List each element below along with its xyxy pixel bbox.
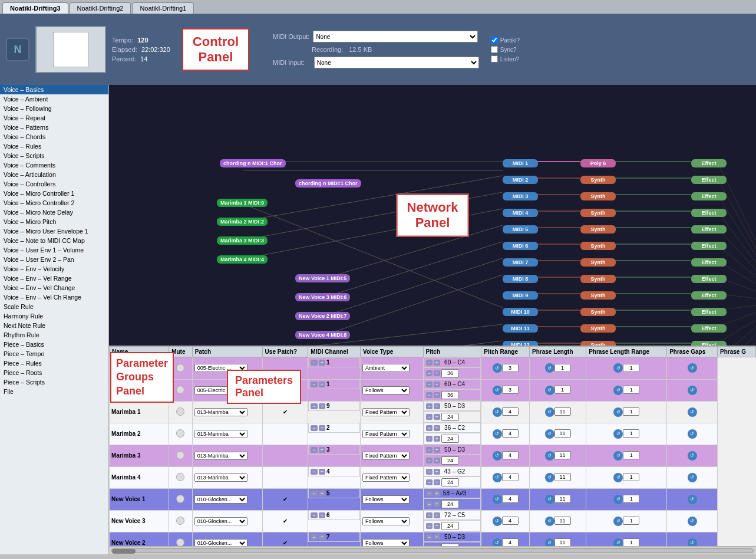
- network-node[interactable]: MIDI 4: [503, 209, 538, 217]
- network-node[interactable]: Effect: [691, 225, 727, 234]
- cell-phrase-gaps[interactable]: ↺: [586, 379, 667, 401]
- cell-phrase-g[interactable]: ↺: [667, 357, 718, 380]
- phrase-length-input[interactable]: [502, 451, 519, 459]
- cell-patch[interactable]: 013-Marimba: [192, 401, 262, 423]
- voice-type-select[interactable]: Follows: [362, 495, 410, 504]
- network-node[interactable]: Effect: [691, 159, 727, 167]
- network-node[interactable]: Effect: [691, 341, 727, 346]
- network-node[interactable]: Marimba 4 MIDI:4: [217, 255, 268, 264]
- cell-use-patch[interactable]: ✔: [262, 510, 308, 532]
- phrase-g-cycle[interactable]: ↺: [688, 407, 697, 417]
- mute-button[interactable]: [176, 386, 184, 394]
- phrase-length-range-input[interactable]: [554, 538, 571, 546]
- sidebar-item[interactable]: Voice – Basics: [0, 85, 108, 94]
- network-node[interactable]: Poly 6: [580, 159, 616, 167]
- tab-drifting1[interactable]: NoatikI-Drifting1: [132, 2, 194, 14]
- pitch-plus[interactable]: +: [434, 469, 440, 475]
- cell-mute[interactable]: [169, 423, 193, 445]
- phrase-length-range-input[interactable]: [554, 495, 571, 503]
- network-node[interactable]: New Voice 4 MIDI:8: [295, 331, 350, 339]
- network-node[interactable]: MIDI 5: [503, 225, 538, 234]
- cell-pitch-range[interactable]: −+: [424, 455, 481, 466]
- cell-phrase-length[interactable]: ↺: [481, 445, 530, 466]
- pitch-range-minus[interactable]: −: [426, 458, 433, 463]
- pitch-plus[interactable]: +: [434, 512, 440, 518]
- phrase-length-range-cycle[interactable]: ↺: [545, 538, 554, 547]
- cell-phrase-length-range[interactable]: ↺: [530, 445, 586, 466]
- cell-pitch-range[interactable]: −+: [424, 498, 481, 510]
- phrase-length-range-cycle[interactable]: ↺: [545, 451, 554, 461]
- phrase-gaps-cycle[interactable]: ↺: [613, 473, 623, 482]
- cell-phrase-length[interactable]: ↺: [481, 379, 530, 401]
- network-node[interactable]: Effect: [691, 209, 727, 217]
- cell-voice-type[interactable]: Fixed Pattern: [360, 445, 423, 466]
- midi-ch-minus[interactable]: −: [311, 469, 317, 475]
- phrase-gaps-cycle[interactable]: ↺: [613, 451, 623, 461]
- network-node[interactable]: MIDI 2: [503, 176, 538, 184]
- cell-pitch-range[interactable]: −+: [424, 520, 481, 532]
- cell-pitch[interactable]: −+60 – C4: [424, 357, 481, 367]
- pitch-range-input[interactable]: [441, 369, 459, 377]
- voice-type-select[interactable]: Follows: [362, 517, 410, 525]
- sidebar-item[interactable]: Voice – Patterns: [0, 123, 108, 132]
- midi-ch-minus[interactable]: −: [311, 491, 317, 496]
- sidebar-item[interactable]: Voice – Controllers: [0, 179, 108, 189]
- mute-button[interactable]: [176, 429, 184, 438]
- cell-use-patch[interactable]: [262, 379, 308, 401]
- sidebar-item[interactable]: Voice – Repeat: [0, 113, 108, 123]
- phrase-gaps-input[interactable]: [623, 495, 639, 503]
- pitch-plus[interactable]: +: [434, 360, 440, 366]
- cell-phrase-length-range[interactable]: ↺: [530, 423, 586, 445]
- phrase-length-range-input[interactable]: [554, 473, 571, 481]
- cell-mute[interactable]: [169, 445, 193, 466]
- cell-pitch-range[interactable]: −+: [424, 476, 481, 488]
- voice-type-select[interactable]: Fixed Pattern: [362, 408, 410, 416]
- cell-mute[interactable]: [169, 401, 193, 423]
- sync-checkbox[interactable]: [491, 46, 498, 53]
- phrase-length-cycle[interactable]: ↺: [493, 407, 502, 417]
- pitch-minus[interactable]: −: [426, 425, 433, 431]
- cell-phrase-gaps[interactable]: ↺: [586, 423, 667, 445]
- cell-patch[interactable]: 010-Glocken...: [192, 510, 262, 532]
- phrase-length-range-cycle[interactable]: ↺: [545, 386, 554, 395]
- sidebar-item[interactable]: Voice – Env – Velocity: [0, 264, 108, 274]
- sidebar-item[interactable]: Voice – User Env 2 – Pan: [0, 255, 108, 264]
- cell-use-patch[interactable]: [262, 423, 308, 445]
- cell-phrase-g[interactable]: ↺: [667, 379, 718, 401]
- phrase-length-input[interactable]: [502, 429, 519, 438]
- cell-pitch[interactable]: −+72 – C5: [424, 510, 481, 520]
- cell-phrase-length[interactable]: ↺: [481, 423, 530, 445]
- phrase-length-cycle[interactable]: ↺: [493, 386, 502, 395]
- sidebar-item[interactable]: Piece – Basics: [0, 340, 108, 349]
- cell-pitch[interactable]: −+58 – A#3: [424, 488, 481, 498]
- sidebar-item[interactable]: Voice – Micro Controller 2: [0, 198, 108, 208]
- voice-type-select[interactable]: Ambient: [362, 364, 410, 372]
- patch-select[interactable]: 010-Glocken...: [194, 517, 247, 525]
- patch-select[interactable]: 013-Marimba: [194, 430, 247, 438]
- cell-phrase-g[interactable]: ↺: [667, 445, 718, 466]
- cell-phrase-gaps[interactable]: ↺: [586, 357, 667, 380]
- pitch-range-minus[interactable]: −: [426, 436, 433, 442]
- sidebar-item[interactable]: Voice – Note to MIDI CC Map: [0, 236, 108, 245]
- midi-ch-minus[interactable]: −: [311, 447, 317, 453]
- cell-phrase-length-range[interactable]: ↺: [530, 488, 586, 510]
- sidebar-item[interactable]: Voice – User Env 1 – Volume: [0, 245, 108, 255]
- params-scroll[interactable]: NameMutePatchUse Patch?MIDI ChannelVoice…: [109, 346, 756, 546]
- phrase-g-cycle[interactable]: ↺: [688, 517, 697, 526]
- cell-voice-type[interactable]: Fixed Pattern: [360, 423, 423, 445]
- cell-pitch[interactable]: −+36 – C2: [424, 423, 481, 433]
- network-node[interactable]: MIDI 9: [503, 291, 538, 300]
- phrase-g-cycle[interactable]: ↺: [688, 495, 697, 504]
- pitch-range-plus[interactable]: +: [434, 501, 440, 507]
- midi-ch-plus[interactable]: +: [319, 534, 325, 540]
- cell-voice-type[interactable]: Follows: [360, 510, 423, 532]
- pitch-range-input[interactable]: [441, 544, 459, 546]
- cell-phrase-g[interactable]: ↺: [667, 532, 718, 546]
- pitch-minus[interactable]: −: [426, 534, 433, 540]
- phrase-gaps-input[interactable]: [623, 429, 639, 438]
- cell-pitch[interactable]: −+50 – D3: [424, 401, 481, 411]
- phrase-length-input[interactable]: [502, 538, 519, 546]
- phrase-length-input[interactable]: [502, 495, 519, 503]
- pitch-range-plus[interactable]: +: [434, 523, 440, 529]
- mute-button[interactable]: [176, 538, 184, 546]
